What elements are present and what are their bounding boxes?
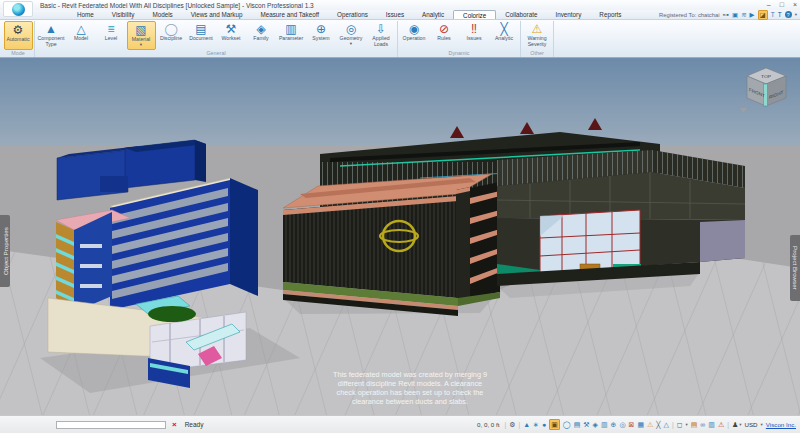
markup-icon[interactable]: ∗ [533, 420, 539, 429]
tab-measure-and-takeoff[interactable]: Measure and Takeoff [251, 10, 328, 19]
titlebar-right: Registered To: chatchai ⊶▣≋▶◪TT?▾ [659, 10, 800, 19]
application-window: Basic - Revit Federated Model With All D… [0, 0, 800, 433]
cone-tool-icon[interactable]: ▲ [523, 420, 530, 429]
warning-severity-button[interactable]: ⚠Warning Severity [523, 21, 552, 50]
folder-icon[interactable]: ▤ [574, 420, 581, 429]
parking-garage-building[interactable] [283, 174, 500, 316]
settings-gear-icon[interactable]: ⚙ [509, 420, 515, 429]
tab-issues[interactable]: Issues [377, 10, 413, 19]
tab-reports[interactable]: Reports [590, 10, 630, 19]
object-properties-tab[interactable]: Object Properties [0, 215, 10, 287]
cube-face-top-label[interactable]: TOP [761, 75, 771, 79]
gear-icon: ⚙ [13, 23, 24, 37]
ribbon-button-label: Warning Severity [523, 36, 552, 48]
system-icon[interactable]: ⊕ [611, 420, 617, 429]
automatic-button[interactable]: ⚙Automatic [4, 21, 33, 50]
section-icon[interactable]: ⊠ [629, 420, 635, 429]
parameter-button[interactable]: ▥Parameter [277, 21, 306, 50]
cross-link-icon: ╳ [500, 22, 507, 36]
model-button[interactable]: △Model [67, 21, 96, 50]
component-type-button[interactable]: ▲Component Type [37, 21, 66, 50]
material-button[interactable]: ▧Material▾ [127, 21, 156, 50]
error-icon[interactable]: ⚠ [718, 420, 724, 429]
tab-visibility[interactable]: Visibility [103, 10, 144, 19]
user-icon-dropdown[interactable]: ▾ [739, 422, 741, 427]
ellipse-icon: ◯ [164, 22, 177, 36]
report-icon[interactable]: ▥ [708, 420, 715, 429]
select-tool-icon[interactable]: ◪ [758, 10, 768, 20]
tab-models[interactable]: Models [143, 10, 181, 19]
operation-button[interactable]: ◉Operation [400, 21, 429, 50]
selection-box-icon[interactable]: ◻ [677, 420, 683, 429]
geometry-button[interactable]: ◎Geometry▾ [337, 21, 366, 50]
level-button[interactable]: ≡Level [97, 21, 126, 50]
warning-amber-icon[interactable]: ⚠ [647, 420, 653, 429]
tab-home[interactable]: Home [68, 10, 103, 19]
issue-doc-icon: ‼ [471, 22, 477, 36]
ribbon-button-label: Automatic [6, 37, 29, 43]
share-folder-icon[interactable]: ▤ [691, 420, 698, 429]
project-browser-tab[interactable]: Project Browser [790, 235, 800, 301]
workset-button[interactable]: ⚒Workset [217, 21, 246, 50]
save-icon[interactable]: ▣ [732, 11, 738, 19]
app-logo[interactable] [3, 1, 33, 17]
discipline-button[interactable]: ◯Discipline [157, 21, 186, 50]
grid-icon[interactable]: ▦ [637, 420, 644, 429]
key-icon[interactable]: ⊶ [723, 11, 730, 19]
close-button[interactable]: × [793, 0, 797, 10]
cancel-task-icon[interactable]: × [172, 421, 177, 429]
system-button[interactable]: ⊕System [307, 21, 336, 50]
selection-box-icon-dropdown[interactable]: ▾ [685, 422, 687, 427]
viewport-3d[interactable]: TOP FRONT RIGHT This federated model was… [0, 58, 800, 415]
layers-icon[interactable]: ≋ [741, 11, 746, 19]
user-menu[interactable]: ♟▾ [732, 420, 742, 429]
sphere-icon[interactable]: ● [542, 420, 546, 429]
ribbon-group-dynamic: ◉Operation⊘Rules‼Issues╳AnalyticDynamic [398, 21, 521, 57]
currency-selector[interactable]: USD [745, 421, 758, 428]
ellipse-icon[interactable]: ◯ [563, 420, 571, 429]
document-button[interactable]: ▤Document [187, 21, 216, 50]
geometry-icon[interactable]: ◎ [619, 420, 625, 429]
company-link[interactable]: Viscon Inc. [766, 421, 796, 428]
tab-analytic[interactable]: Analytic [413, 10, 453, 19]
dropdown-arrow-icon: ▾ [350, 42, 352, 46]
layers-icon: ≡ [107, 22, 114, 36]
help-icon-dropdown[interactable]: ▾ [795, 12, 797, 17]
pan-icon[interactable]: ▶ [750, 11, 755, 19]
user-icon[interactable]: ♟ [732, 420, 738, 429]
text-tool-icon[interactable]: T [771, 11, 775, 19]
minimize-button[interactable]: – [767, 0, 771, 10]
tab-collaborate[interactable]: Collaborate [496, 10, 546, 19]
tab-inventory[interactable]: Inventory [546, 10, 590, 19]
help-icon[interactable]: ? [785, 11, 792, 18]
scene-canvas[interactable]: TOP FRONT RIGHT [0, 58, 800, 415]
model-icon[interactable]: △ [664, 420, 669, 429]
tab-colorize[interactable]: Colorize [453, 10, 496, 19]
ribbon-button-label: Parameter [279, 36, 303, 42]
binoculars-icon[interactable]: ∞ [700, 420, 705, 429]
clipboard-icon[interactable]: ▥ [601, 420, 608, 429]
folder-icon: ▤ [195, 22, 206, 36]
analytic-button[interactable]: ╳Analytic [490, 21, 519, 50]
applied-loads-button[interactable]: ⇩Applied Loads [367, 21, 396, 50]
tab-views-and-markup[interactable]: Views and Markup [182, 10, 252, 19]
currency-dropdown-icon[interactable]: ▾ [761, 422, 763, 427]
issues-button[interactable]: ‼Issues [460, 21, 489, 50]
clipboard-icon: ▥ [285, 22, 296, 36]
ribbon-button-label: Issues [467, 36, 482, 42]
maximize-button[interactable]: □ [780, 0, 784, 10]
dropdown-arrow-icon: ▾ [140, 43, 142, 47]
warning-icon: ⚠ [532, 22, 543, 36]
viscon-logo-icon [12, 3, 25, 16]
statusbar-right: 0, 0, 0 ft | ⚙ | ▲∗●▣◯▤⚒◈▥⊕◎⊠▦⚠╳△ | ◻▾▤∞… [477, 419, 800, 430]
progress-bar [56, 421, 166, 429]
rules-button[interactable]: ⊘Rules [430, 21, 459, 50]
tools-icon[interactable]: ⚒ [583, 420, 589, 429]
family-button[interactable]: ◈Family [247, 21, 276, 50]
analytic-icon[interactable]: ╳ [656, 420, 660, 429]
ribbon-button-label: Level [105, 36, 117, 42]
blocks-icon[interactable]: ◈ [593, 420, 598, 429]
cube-view-icon[interactable]: ▣ [549, 419, 560, 430]
tab-operations[interactable]: Operations [328, 10, 377, 19]
text-style-icon[interactable]: T [778, 11, 782, 19]
